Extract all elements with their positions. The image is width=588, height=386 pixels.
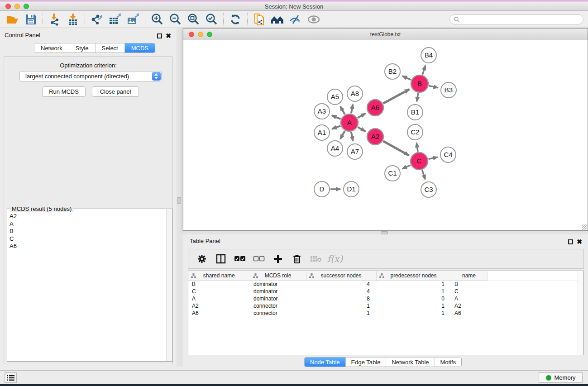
network-canvas[interactable]: B4B2BB3A5A8A6A3B1AA1C2A2A4A7C4CC1DD1C3 (183, 40, 588, 230)
table-cell[interactable]: A6 (451, 310, 487, 317)
delete-table-button[interactable] (310, 253, 322, 265)
table-cell[interactable]: connector (250, 310, 306, 317)
table-scrollbar[interactable] (578, 271, 583, 355)
deselect-all-button[interactable] (253, 253, 265, 265)
close-table-panel-button[interactable]: ✖ (577, 238, 582, 246)
node-table[interactable]: shared nameMCDS rolesuccessor nodesprede… (188, 271, 584, 355)
table-cell[interactable]: connector (250, 302, 306, 310)
result-list-item[interactable]: B (10, 228, 166, 235)
tab-node-table[interactable]: Node Table (305, 357, 346, 367)
table-cell[interactable]: A6 (188, 310, 250, 317)
graph-edge-A6-B[interactable] (383, 89, 410, 103)
graph-edge-C-C3[interactable] (422, 170, 425, 179)
table-cell[interactable]: dominator (250, 288, 306, 295)
graph-edge-B-B2[interactable] (402, 76, 411, 80)
table-cell[interactable]: A (188, 295, 250, 302)
graph-edge-A-A3[interactable] (332, 115, 340, 119)
table-cell[interactable]: A (451, 295, 487, 302)
table-cell[interactable]: C (451, 288, 487, 295)
tab-network[interactable]: Network (34, 43, 69, 52)
graph-node-A[interactable]: A (341, 114, 358, 131)
tab-motifs[interactable]: Motifs (435, 357, 462, 367)
window-resize-grip[interactable] (582, 224, 587, 230)
graph-node-C[interactable]: C (411, 152, 428, 170)
graph-edge-A-A6[interactable] (358, 114, 365, 118)
table-cell[interactable]: 4 (306, 281, 376, 288)
graph-node-A6[interactable]: A6 (367, 100, 383, 116)
graph-node-A7[interactable]: A7 (347, 144, 363, 159)
network-view-window[interactable]: testGlobe.txt B4B2BB3A5A8A6A3B1AA1C2A2A4… (183, 28, 588, 231)
task-history-button[interactable] (5, 372, 17, 383)
graph-edge-A-A8[interactable] (351, 105, 353, 114)
memory-button[interactable]: Memory (539, 372, 583, 383)
graph-edge-B-B4[interactable] (422, 66, 425, 75)
column-header-successor-nodes[interactable]: successor nodes (306, 271, 376, 281)
refresh-button[interactable] (226, 12, 244, 27)
table-cell[interactable]: dominator (250, 295, 306, 302)
show-panel-button[interactable] (305, 12, 323, 27)
graph-node-B2[interactable]: B2 (385, 64, 400, 79)
table-cell[interactable]: dominator (250, 281, 306, 288)
graph-node-B[interactable]: B (411, 75, 428, 92)
graph-edge-A-A7[interactable] (351, 132, 353, 141)
graph-node-D1[interactable]: D1 (344, 181, 359, 197)
table-cell[interactable]: 1 (376, 288, 451, 295)
graph-node-A1[interactable]: A1 (314, 125, 330, 140)
table-cell[interactable]: 8 (306, 295, 376, 302)
table-cell[interactable]: 4 (306, 288, 376, 295)
tab-edge-table[interactable]: Edge Table (346, 357, 387, 367)
graph-node-A4[interactable]: A4 (327, 141, 343, 156)
table-row[interactable]: Cdominator41C (188, 288, 578, 295)
graph-edge-A-A1[interactable] (332, 126, 341, 129)
graph-node-B3[interactable]: B3 (441, 82, 456, 98)
run-mcds-button[interactable]: Run MCDS (42, 86, 86, 97)
mcds-result-list[interactable]: A2ABCA6 (7, 210, 166, 361)
node-table-body[interactable]: Bdominator41BCdominator41CAdominator80AA… (188, 281, 578, 317)
result-list-item[interactable]: C (10, 235, 166, 243)
graph-node-C3[interactable]: C3 (421, 182, 436, 197)
export-image-button[interactable] (124, 12, 142, 27)
result-list-scrollbar[interactable] (166, 209, 172, 361)
table-cell[interactable]: A2 (451, 302, 487, 310)
graph-edge-A2-C[interactable] (383, 141, 409, 156)
graph-node-A2[interactable]: A2 (367, 129, 383, 145)
zoom-selected-button[interactable] (202, 12, 220, 27)
graph-edge-A-A4[interactable] (340, 131, 345, 139)
table-row[interactable]: Bdominator41B (188, 281, 578, 288)
horizontal-splitter-handle[interactable] (381, 231, 388, 234)
graph-node-C2[interactable]: C2 (407, 124, 423, 140)
tab-mcds[interactable]: MCDS (125, 43, 155, 52)
table-cell[interactable]: 1 (306, 310, 376, 317)
close-panel-action-button[interactable]: Close panel (92, 86, 139, 97)
column-header-predecessor-nodes[interactable]: predecessor nodes (376, 271, 451, 281)
save-session-button[interactable] (22, 12, 40, 27)
result-list-item[interactable]: A6 (10, 243, 166, 250)
column-header-name[interactable]: name (451, 271, 487, 281)
delete-column-button[interactable] (291, 253, 303, 265)
import-table-button[interactable] (64, 12, 82, 27)
main-titlebar[interactable]: Session: New Session (0, 2, 588, 11)
open-session-button[interactable] (4, 12, 22, 27)
graph-node-C1[interactable]: C1 (385, 166, 400, 181)
float-panel-button[interactable] (157, 32, 162, 40)
table-cell[interactable]: 1 (376, 310, 451, 317)
table-cell[interactable]: B (188, 281, 250, 288)
graph-edge-A-A5[interactable] (340, 106, 345, 114)
table-settings-button[interactable] (196, 253, 208, 265)
tab-style[interactable]: Style (69, 43, 96, 52)
graph-node-A3[interactable]: A3 (314, 104, 330, 119)
graph-edge-C-C2[interactable] (416, 143, 418, 152)
home-layout-button[interactable] (268, 12, 287, 27)
export-table-button[interactable] (106, 12, 124, 27)
close-panel-button[interactable]: ✖ (166, 32, 171, 40)
column-header-shared-name[interactable]: shared name (188, 271, 250, 281)
table-row[interactable]: A6connector11A6 (188, 310, 578, 317)
tab-select[interactable]: Select (96, 43, 125, 52)
table-cell[interactable]: 1 (376, 281, 451, 288)
zoom-in-button[interactable] (148, 12, 166, 27)
result-list-item[interactable]: A2 (10, 213, 166, 220)
graph-node-B1[interactable]: B1 (407, 105, 423, 120)
table-cell[interactable]: 1 (376, 302, 451, 310)
graph-edge-C-C4[interactable] (429, 157, 438, 159)
graph-node-C4[interactable]: C4 (440, 147, 456, 162)
